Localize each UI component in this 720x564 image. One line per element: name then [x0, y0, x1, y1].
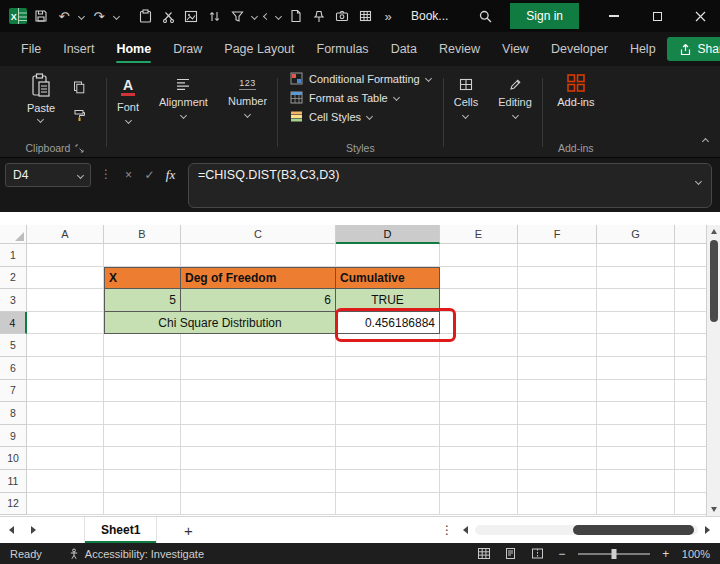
cell[interactable]: [518, 244, 597, 267]
cell[interactable]: [181, 244, 336, 267]
cell[interactable]: [336, 425, 440, 448]
select-all-button[interactable]: [0, 225, 27, 244]
row-header-12[interactable]: 12: [0, 493, 27, 516]
copy-button[interactable]: [67, 77, 91, 97]
cell[interactable]: [104, 425, 181, 448]
normal-view-icon[interactable]: [476, 546, 492, 561]
cell[interactable]: [27, 470, 104, 493]
cell[interactable]: [518, 289, 597, 312]
font-group-collapsed[interactable]: A Font: [107, 68, 149, 157]
number-group-collapsed[interactable]: 123 Number: [218, 68, 277, 157]
back-chevron-icon[interactable]: [262, 4, 271, 28]
cell[interactable]: [104, 470, 181, 493]
editing-group-collapsed[interactable]: Editing: [488, 68, 542, 157]
cell[interactable]: [336, 470, 440, 493]
row-header-5[interactable]: 5: [0, 334, 27, 357]
format-as-table-button[interactable]: Format as Table: [288, 90, 401, 105]
row-header-1[interactable]: 1: [0, 244, 27, 267]
cell[interactable]: [440, 267, 518, 290]
tab-insert[interactable]: Insert: [52, 32, 105, 66]
row-header-4[interactable]: 4: [0, 312, 27, 335]
document-icon[interactable]: [286, 4, 306, 28]
tab-help[interactable]: Help: [619, 32, 667, 66]
row-header-8[interactable]: 8: [0, 402, 27, 425]
cell[interactable]: [27, 312, 104, 335]
zoom-slider[interactable]: [578, 553, 650, 555]
tab-view[interactable]: View: [491, 32, 540, 66]
cell[interactable]: [597, 470, 675, 493]
maximize-button[interactable]: [637, 0, 677, 32]
search-icon[interactable]: [475, 4, 495, 28]
cell[interactable]: [518, 470, 597, 493]
cell[interactable]: [597, 267, 675, 290]
cell[interactable]: [597, 447, 675, 470]
cell[interactable]: [104, 402, 181, 425]
zoom-slider-thumb[interactable]: [611, 549, 616, 559]
new-sheet-button[interactable]: +: [173, 517, 203, 543]
close-button[interactable]: [680, 0, 720, 32]
cell[interactable]: [104, 380, 181, 403]
redo-dropdown-icon[interactable]: [112, 4, 121, 28]
column-header-f[interactable]: F: [518, 225, 597, 244]
scroll-right-icon[interactable]: [700, 526, 715, 534]
sheet-options-icon[interactable]: ⋮: [436, 517, 458, 543]
clipboard-dialog-launcher-icon[interactable]: [75, 144, 84, 153]
cell[interactable]: [336, 402, 440, 425]
name-box[interactable]: D4: [5, 163, 91, 187]
table-icon[interactable]: [355, 4, 375, 28]
horizontal-scrollbar[interactable]: [458, 517, 720, 543]
vertical-scrollbar[interactable]: [706, 225, 720, 516]
column-header-a[interactable]: A: [27, 225, 104, 244]
tab-draw[interactable]: Draw: [162, 32, 213, 66]
sheet-tab-sheet1[interactable]: Sheet1: [84, 517, 157, 543]
cell[interactable]: [597, 289, 675, 312]
cell[interactable]: [181, 380, 336, 403]
cell[interactable]: [27, 425, 104, 448]
zoom-in-button[interactable]: +: [661, 547, 671, 561]
row-header-9[interactable]: 9: [0, 425, 27, 448]
cell[interactable]: [518, 493, 597, 516]
chevron-down-icon[interactable]: [250, 4, 259, 28]
cell[interactable]: [27, 357, 104, 380]
cell[interactable]: [27, 380, 104, 403]
chevron-down-icon[interactable]: [274, 4, 283, 28]
picture-icon[interactable]: [181, 4, 201, 28]
cell[interactable]: [181, 470, 336, 493]
cell[interactable]: [104, 493, 181, 516]
cell-C3[interactable]: 6: [181, 289, 336, 312]
cell-C2[interactable]: Deg of Freedom: [181, 267, 336, 290]
pin-icon[interactable]: [309, 4, 329, 28]
cancel-entry-icon[interactable]: ×: [118, 163, 139, 187]
page-break-preview-icon[interactable]: [530, 546, 546, 561]
camera-icon[interactable]: [332, 4, 352, 28]
cell[interactable]: [518, 267, 597, 290]
cell[interactable]: [597, 357, 675, 380]
save-icon[interactable]: [31, 4, 51, 28]
tab-review[interactable]: Review: [428, 32, 491, 66]
cell-B4-C4-merged[interactable]: Chi Square Distribution: [104, 312, 336, 335]
cell[interactable]: [597, 312, 675, 335]
cell[interactable]: [440, 357, 518, 380]
cell[interactable]: [597, 244, 675, 267]
formula-input[interactable]: =CHISQ.DIST(B3,C3,D3): [188, 163, 712, 208]
tab-developer[interactable]: Developer: [540, 32, 619, 66]
cell[interactable]: [181, 425, 336, 448]
cell[interactable]: [597, 493, 675, 516]
cell[interactable]: [336, 447, 440, 470]
alignment-group-collapsed[interactable]: Alignment: [149, 68, 218, 157]
sheet-nav-left-icon[interactable]: [0, 517, 22, 543]
cell[interactable]: [336, 380, 440, 403]
cell[interactable]: [336, 334, 440, 357]
cell[interactable]: [518, 312, 597, 335]
cell[interactable]: [597, 334, 675, 357]
cell[interactable]: [27, 267, 104, 290]
row-header-2[interactable]: 2: [0, 267, 27, 290]
zoom-level[interactable]: 100%: [682, 548, 710, 560]
cell[interactable]: [518, 402, 597, 425]
sort-icon[interactable]: [204, 4, 224, 28]
formula-bar-drag-handle[interactable]: ⋮: [91, 163, 118, 181]
cell[interactable]: [518, 425, 597, 448]
confirm-entry-icon[interactable]: ✓: [139, 163, 160, 187]
addins-button[interactable]: Add-ins: [549, 70, 602, 111]
cell[interactable]: [27, 334, 104, 357]
